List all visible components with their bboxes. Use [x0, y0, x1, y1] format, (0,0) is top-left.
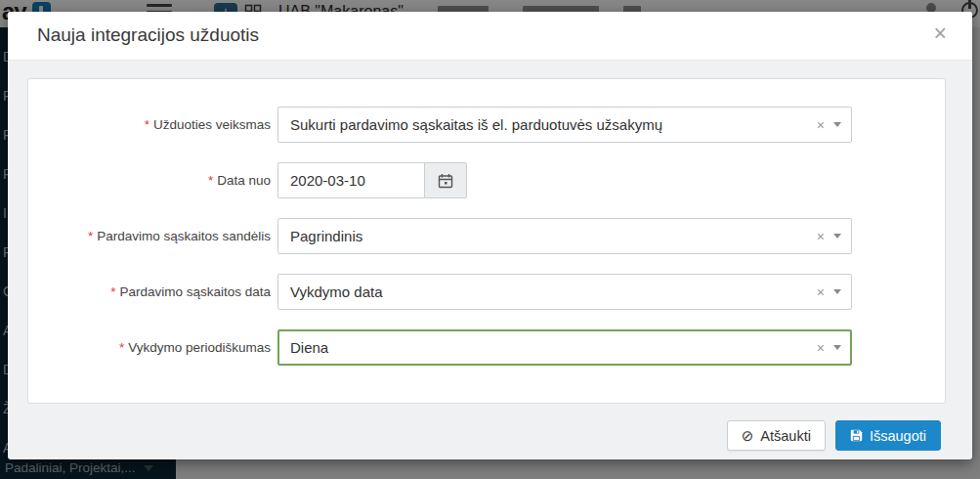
select-value: Sukurti pardavimo sąskaitas iš el. pardu…	[290, 116, 817, 133]
field-label-text: Užduoties veiksmas	[153, 117, 271, 132]
field-label-text: Data nuo	[217, 173, 271, 188]
modal-title: Nauja integracijos užduotis	[37, 24, 259, 46]
field-label: * Vykdymo periodiškumas	[28, 329, 271, 366]
cancel-icon: ⊘	[742, 427, 754, 445]
save-button-label: Išsaugoti	[870, 428, 926, 444]
chevron-down-icon[interactable]	[833, 234, 841, 239]
close-icon[interactable]: ×	[934, 22, 947, 45]
task-action-select[interactable]: Sukurti pardavimo sąskaitas iš el. pardu…	[277, 107, 852, 143]
select-value: Vykdymo data	[290, 283, 817, 300]
form-panel: * Užduoties veiksmas Sukurti pardavimo s…	[27, 78, 946, 404]
select-value: Pagrindinis	[290, 228, 817, 244]
screen: ay + UAB "Makaronas" DPPPIPGADŽA Padalin…	[0, 0, 980, 479]
form-row-saskaitos-sandelis: * Pardavimo sąskaitos sandėlis Pagrindin…	[28, 218, 945, 254]
clear-icon[interactable]: ×	[817, 117, 825, 133]
execution-periodicity-select[interactable]: Diena ×	[277, 329, 852, 366]
chevron-down-icon[interactable]	[833, 122, 841, 127]
clear-icon[interactable]: ×	[817, 229, 825, 244]
clear-icon[interactable]: ×	[817, 284, 825, 300]
modal-footer: ⊘ Atšaukti Išsaugoti	[727, 420, 941, 451]
required-marker: *	[208, 173, 213, 188]
modal-header: Nauja integracijos užduotis ×	[8, 12, 972, 61]
sales-invoice-warehouse-select[interactable]: Pagrindinis ×	[277, 218, 852, 254]
field-label-text: Pardavimo sąskaitos data	[119, 284, 271, 299]
chevron-down-icon[interactable]	[833, 345, 841, 350]
field-label-text: Vykdymo periodiškumas	[128, 340, 271, 355]
sales-invoice-date-select[interactable]: Vykdymo data ×	[277, 274, 852, 310]
required-marker: *	[119, 340, 124, 355]
save-button[interactable]: Išsaugoti	[835, 420, 941, 451]
required-marker: *	[88, 229, 93, 243]
clear-icon[interactable]: ×	[817, 340, 825, 356]
form-row-saskaitos-data: * Pardavimo sąskaitos data Vykdymo data …	[28, 274, 945, 310]
field-label: * Data nuo	[28, 162, 271, 198]
form-row-uzduoties-veiksmas: * Užduoties veiksmas Sukurti pardavimo s…	[28, 107, 945, 143]
field-label: * Pardavimo sąskaitos sandėlis	[28, 218, 271, 254]
field-label: * Pardavimo sąskaitos data	[28, 274, 271, 310]
required-marker: *	[110, 284, 115, 299]
chevron-down-icon[interactable]	[833, 289, 841, 294]
select-value: Diena	[290, 339, 817, 356]
date-from-input[interactable]	[277, 162, 424, 198]
new-integration-task-modal: Nauja integracijos užduotis × * Užduotie…	[8, 12, 972, 459]
save-icon	[850, 429, 863, 442]
field-label-text: Pardavimo sąskaitos sandėlis	[97, 229, 271, 243]
field-label: * Užduoties veiksmas	[28, 107, 271, 143]
form-row-data-nuo: * Data nuo	[28, 162, 945, 198]
cancel-button[interactable]: ⊘ Atšaukti	[727, 420, 826, 451]
required-marker: *	[145, 117, 149, 132]
form-row-vykdymo-periodiskumas: * Vykdymo periodiškumas Diena ×	[28, 329, 945, 366]
calendar-picker-button[interactable]	[424, 162, 467, 198]
cancel-button-label: Atšaukti	[760, 428, 811, 444]
